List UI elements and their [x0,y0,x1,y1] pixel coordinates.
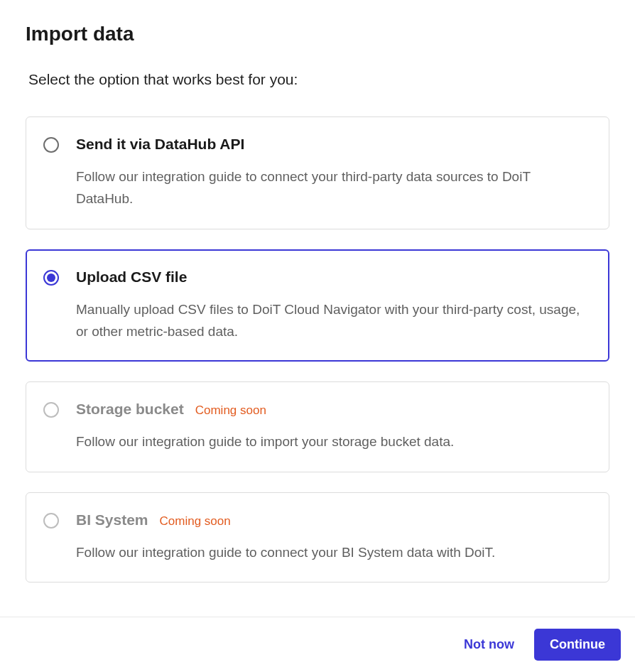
radio-icon [43,137,59,153]
option-description: Follow our integration guide to import y… [76,430,589,452]
option-title: BI System [76,511,148,529]
radio-icon [43,402,59,418]
radio-icon [43,513,59,529]
option-title: Storage bucket [76,401,184,418]
coming-soon-badge: Coming soon [195,403,266,418]
page-title: Import data [26,23,609,45]
page-subtitle: Select the option that works best for yo… [26,71,609,88]
option-title: Upload CSV file [76,269,187,286]
option-description: Manually upload CSV files to DoiT Cloud … [76,298,589,343]
continue-button[interactable]: Continue [534,629,621,661]
option-storage-bucket: Storage bucket Coming soon Follow our in… [26,381,609,472]
option-datahub-api[interactable]: Send it via DataHub API Follow our integ… [26,116,609,229]
option-description: Follow our integration guide to connect … [76,541,589,563]
option-upload-csv[interactable]: Upload CSV file Manually upload CSV file… [26,249,609,362]
not-now-button[interactable]: Not now [458,630,520,659]
option-title: Send it via DataHub API [76,136,244,153]
radio-icon [43,270,59,286]
option-description: Follow our integration guide to connect … [76,166,589,210]
option-bi-system: BI System Coming soon Follow our integra… [26,492,609,582]
coming-soon-badge: Coming soon [160,514,231,529]
footer: Not now Continue [0,617,635,672]
